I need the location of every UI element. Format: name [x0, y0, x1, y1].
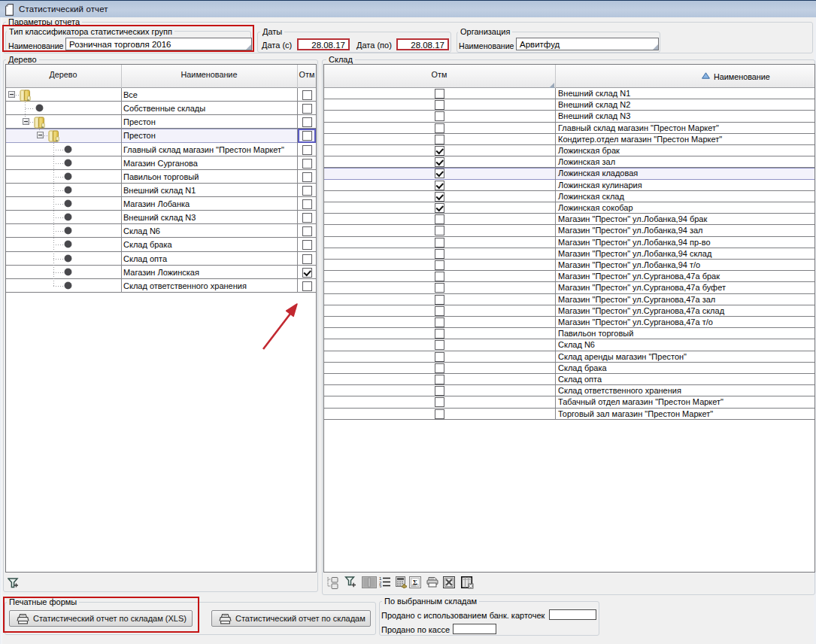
- svg-text:3: 3: [379, 585, 382, 588]
- svg-text:Σ: Σ: [413, 579, 417, 586]
